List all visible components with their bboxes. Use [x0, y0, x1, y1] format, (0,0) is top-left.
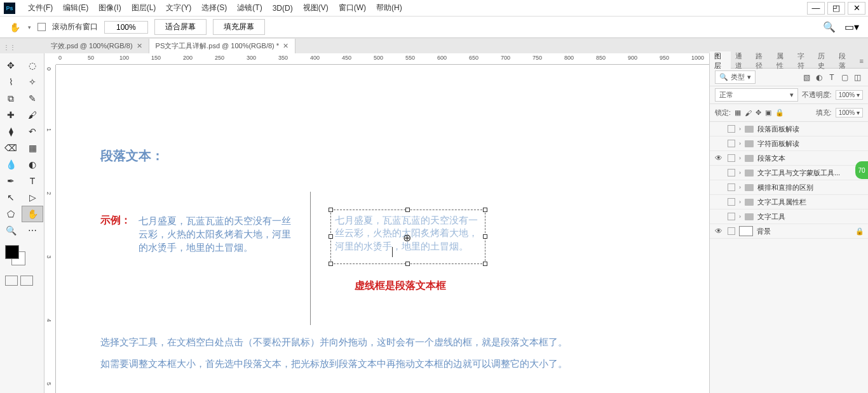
workspace-icon[interactable]: ▭▾: [844, 21, 859, 33]
expand-icon[interactable]: ›: [739, 184, 741, 190]
brush-tool[interactable]: 🖌: [22, 107, 43, 123]
resize-handle[interactable]: [483, 208, 487, 212]
healing-tool[interactable]: ✚: [0, 107, 22, 123]
layer-item[interactable]: ›文字工具属性栏: [710, 195, 868, 210]
scroll-all-checkbox[interactable]: [37, 23, 46, 31]
layer-checkbox[interactable]: [728, 125, 735, 133]
lock-pixels-icon[interactable]: 🖌: [745, 109, 752, 117]
lasso-tool[interactable]: ⌇: [0, 74, 22, 90]
lock-position-icon[interactable]: ✥: [756, 109, 761, 117]
close-button[interactable]: ✕: [848, 2, 865, 15]
magic-wand-tool[interactable]: ✧: [22, 74, 43, 90]
gradient-tool[interactable]: ▦: [22, 140, 43, 156]
resize-handle[interactable]: [329, 234, 333, 239]
menu-file[interactable]: 文件(F): [23, 3, 58, 13]
paragraph-text-box[interactable]: 七月盛夏，瓦蓝瓦蓝的天空没有一丝云彩，火热的太阳炙烤着大地，河里的水烫手，地里的…: [330, 210, 485, 264]
menu-3d[interactable]: 3D(D): [268, 4, 298, 13]
resize-handle[interactable]: [329, 208, 333, 212]
expand-icon[interactable]: ›: [739, 170, 741, 176]
lock-all-icon[interactable]: 🔒: [775, 109, 784, 117]
transform-center-icon[interactable]: ⊕: [403, 232, 411, 244]
visibility-toggle[interactable]: 👁: [714, 227, 724, 236]
filter-smart-icon[interactable]: ◫: [851, 73, 863, 82]
resize-handle[interactable]: [483, 262, 487, 266]
lock-icon[interactable]: 🔒: [855, 227, 864, 236]
filter-type-icon[interactable]: T: [826, 73, 837, 82]
tab-history[interactable]: 历史: [813, 51, 834, 70]
filter-shape-icon[interactable]: ▢: [839, 73, 850, 82]
fill-screen-button[interactable]: 填充屏幕: [213, 19, 265, 35]
type-tool[interactable]: T: [22, 173, 43, 189]
tab-paragraph[interactable]: 段落: [834, 51, 855, 70]
layer-checkbox[interactable]: [728, 169, 735, 177]
panel-menu-icon[interactable]: ≡: [855, 57, 868, 65]
menu-layer[interactable]: 图层(L): [126, 3, 161, 13]
resize-handle[interactable]: [329, 262, 333, 266]
menu-window[interactable]: 窗口(W): [334, 3, 371, 13]
layer-item[interactable]: 👁›段落文本: [710, 151, 868, 166]
tab-character[interactable]: 字符: [793, 51, 814, 70]
search-icon[interactable]: 🔍: [823, 21, 836, 33]
opacity-input[interactable]: 100% ▾: [836, 90, 863, 100]
filter-pixel-icon[interactable]: ▧: [801, 73, 812, 82]
menu-view[interactable]: 视图(V): [298, 3, 334, 13]
dropdown-icon[interactable]: ▾: [28, 24, 31, 30]
standard-mode[interactable]: [5, 276, 18, 286]
layer-checkbox[interactable]: [728, 140, 735, 147]
clone-tool[interactable]: ⧫: [0, 123, 22, 140]
foreground-color[interactable]: [5, 245, 19, 259]
menu-image[interactable]: 图像(I): [93, 3, 126, 13]
resize-handle[interactable]: [405, 208, 410, 212]
expand-icon[interactable]: ›: [739, 155, 741, 161]
tab-paths[interactable]: 路径: [751, 51, 772, 70]
tab-close-icon[interactable]: ✕: [283, 42, 288, 50]
path-select-tool[interactable]: ↖: [0, 189, 22, 206]
filter-adjust-icon[interactable]: ◐: [813, 73, 825, 82]
maximize-button[interactable]: ◰: [827, 2, 845, 15]
layer-item[interactable]: ›字符面板解读: [710, 137, 868, 151]
tab-properties[interactable]: 属性: [772, 51, 793, 70]
expand-icon[interactable]: ›: [739, 213, 741, 220]
blend-mode-dropdown[interactable]: 正常▾: [715, 88, 798, 102]
fill-input[interactable]: 100% ▾: [836, 108, 863, 117]
layer-item[interactable]: ›文字工具与文字蒙版工具...: [710, 166, 868, 180]
menu-type[interactable]: 文字(Y): [161, 3, 196, 13]
document-tab-2[interactable]: PS文字工具详解.psd @ 100%(RGB/8) * ✕: [149, 39, 296, 53]
layer-checkbox[interactable]: [728, 198, 735, 206]
layer-checkbox[interactable]: [728, 154, 735, 162]
tab-channels[interactable]: 通道: [731, 51, 752, 70]
zoom-input[interactable]: 100%: [104, 21, 148, 34]
layer-item[interactable]: ›段落面板解读: [710, 122, 868, 137]
expand-icon[interactable]: ›: [739, 126, 741, 132]
lock-transparent-icon[interactable]: ▦: [735, 109, 741, 117]
resize-handle[interactable]: [483, 234, 487, 239]
edit-toolbar[interactable]: ⋯: [22, 222, 43, 239]
layer-checkbox[interactable]: [728, 213, 735, 220]
eyedropper-tool[interactable]: ✎: [22, 90, 43, 107]
document-canvas[interactable]: 段落文本： 示例： 七月盛夏，瓦蓝瓦蓝的天空没有一丝云彩，火热的太阳炙烤着大地，…: [56, 65, 709, 393]
menu-help[interactable]: 帮助(H): [371, 3, 407, 13]
resize-handle[interactable]: [405, 262, 410, 266]
hand-tool[interactable]: ✋: [22, 206, 43, 222]
tab-close-icon[interactable]: ✕: [137, 42, 142, 50]
visibility-toggle[interactable]: 👁: [714, 154, 724, 163]
crop-tool[interactable]: ⧉: [0, 90, 22, 107]
menu-edit[interactable]: 编辑(E): [58, 3, 93, 13]
layer-checkbox[interactable]: [728, 183, 735, 191]
hand-tool-icon[interactable]: ✋: [8, 20, 22, 34]
lock-artboard-icon[interactable]: ▣: [765, 109, 771, 117]
fit-screen-button[interactable]: 适合屏幕: [154, 19, 207, 35]
panel-handle-icon[interactable]: ⋮⋮: [6, 41, 13, 53]
zoom-tool[interactable]: 🔍: [0, 222, 22, 239]
expand-icon[interactable]: ›: [739, 199, 741, 205]
history-brush-tool[interactable]: ↶: [22, 123, 43, 140]
minimize-button[interactable]: —: [807, 2, 825, 15]
pen-tool[interactable]: ✒: [0, 173, 22, 189]
move-tool[interactable]: ✥: [0, 57, 22, 74]
background-layer[interactable]: 👁背景🔒: [710, 224, 868, 239]
eraser-tool[interactable]: ⌫: [0, 140, 22, 156]
side-badge[interactable]: 70: [855, 161, 868, 179]
vertical-ruler[interactable]: 0 1 2 3 4 5: [44, 65, 56, 393]
filter-type-dropdown[interactable]: 🔍 类型 ▾: [715, 70, 756, 84]
blur-tool[interactable]: 💧: [0, 156, 22, 173]
